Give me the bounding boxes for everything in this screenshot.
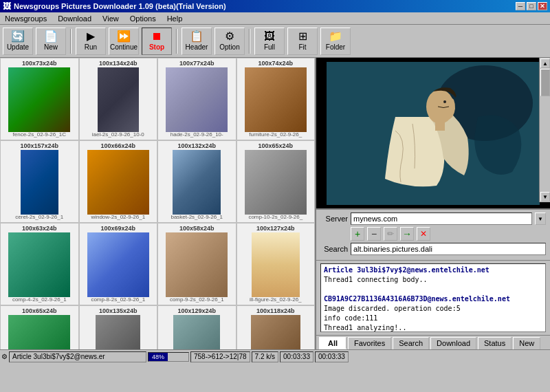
continue-icon: ⏩ [117,31,131,42]
update-button[interactable]: 🔄 Update [3,28,33,55]
list-item[interactable]: 100x65x24b comp-10-2s_02-9-26_ [236,140,316,223]
list-item[interactable]: 100x77x24b hade-2s_02-9-26_10- [157,58,236,140]
menu-help[interactable]: Help [165,14,185,23]
title-bar-left: 🖼 Newsgroups Pictures Downloader 1.09 (b… [3,1,226,11]
toolbar-sep2 [176,29,177,54]
list-item[interactable]: 100x157x24b ceret-2s_02-9-26_1 [0,140,79,223]
svg-rect-4 [435,118,445,131]
tab-new[interactable]: New [513,337,540,349]
list-item[interactable]: 100x63x24b comp-4-2s_02-9-26_1 [0,223,79,305]
server-input[interactable] [351,213,532,225]
update-icon: 🔄 [11,31,25,42]
toolbar-sep1 [70,29,72,54]
progress-fill: 48% [148,353,168,361]
list-item[interactable]: 100x69x24b comp-8-2s_02-9-26_1 [79,223,158,305]
thumbnail-panel: 100x73x24b fence-2s_02-9-26_1C 100x134x2… [0,58,316,349]
new-button[interactable]: 📄 New [36,28,66,55]
option-icon: ⚙ [225,31,234,42]
search-icons-row: + − ✏ → ✕ [320,227,546,241]
stop-icon: ⏹ [151,31,162,42]
list-item[interactable]: 100x58x24b comp-9-2s_02-9-26_1 [157,223,236,305]
title-bar: 🖼 Newsgroups Pictures Downloader 1.09 (b… [0,0,550,12]
stop-label: Stop [149,43,164,51]
maximize-button[interactable]: □ [527,2,536,10]
run-label: Run [85,43,97,51]
remove-server-button[interactable]: − [367,227,381,241]
tab-download[interactable]: Download [430,337,476,349]
run-button[interactable]: ▶ Run [76,28,106,55]
menu-download[interactable]: Download [56,14,94,23]
fit-label: Fit [298,43,306,51]
list-item[interactable]: 100x134x24b iael-2s_02-9-26_10-0 [79,58,158,140]
continue-label: Continue [110,43,138,51]
tab-status[interactable]: Status [478,337,512,349]
continue-button[interactable]: ⏩ Continue [109,28,139,55]
list-item[interactable]: 100x135x24b id_man-2s_02-9-26_1 [79,305,158,349]
title-bar-controls: ─ □ ✕ [516,2,547,10]
full-button[interactable]: 🖼 Full [254,28,285,55]
search-input[interactable] [351,243,546,255]
tab-all[interactable]: All [319,337,346,349]
server-section: Server ▼ + − ✏ → ✕ Search [316,210,550,261]
list-item[interactable]: 100x73x24b fence-2s_02-9-26_1C [0,58,79,140]
new-icon: 📄 [44,31,58,42]
preview-scrollbar[interactable]: ▲ ▼ [539,58,550,202]
menu-newsgroups[interactable]: Newsgroups [3,14,49,23]
log-line: Image discarded. operation code:5 [324,304,542,314]
list-item[interactable]: 100x132x24b basket-2s_02-9-26_1 [157,140,236,223]
log-line: Thread1 connecting body.. [324,275,542,285]
log-area: Article 3ul3bi$7vy$2@news.entelchile.net… [320,263,546,332]
close-button[interactable]: ✕ [538,2,547,10]
header-label: Header [186,43,208,51]
thumbnail-grid: 100x73x24b fence-2s_02-9-26_1C 100x134x2… [0,58,315,349]
preview-area [316,58,550,210]
edit-server-button[interactable]: ✏ [384,227,397,241]
full-label: Full [264,43,275,51]
folder-icon: 📁 [329,31,342,42]
search-row: Search [320,243,546,255]
menu-view[interactable]: View [100,14,121,23]
header-icon: 📋 [190,31,204,42]
tab-favorites[interactable]: Favorites [348,337,391,349]
log-line: Article 3ul3bi$7vy$2@news.entelchile.net [324,265,542,275]
status-time1: 00:03:33 [280,351,314,362]
right-panel: ▲ ▼ Server ▼ + − ✏ → ✕ Search [316,58,550,349]
search-label: Search [320,245,348,253]
update-label: Update [7,43,29,51]
log-line: CB91A9C27B1136A4316A6B73D@news.entelchil… [324,294,542,304]
list-item[interactable]: 100x66x24b window-2s_02-9-26_1 [79,140,158,223]
list-item[interactable]: 100x127x24b ill-figure-2s_02-9-26_ [236,223,316,305]
tab-search[interactable]: Search [393,337,429,349]
add-server-button[interactable]: + [351,227,364,241]
header-button[interactable]: 📋 Header [182,28,212,55]
minimize-button[interactable]: ─ [516,2,525,10]
run-icon: ▶ [87,31,95,42]
menu-options[interactable]: Options [128,14,158,23]
list-item[interactable]: 100x118x24b divisibility-2s_02-9-26_ [236,305,316,349]
fit-button[interactable]: ⊞ Fit [287,28,318,55]
connect-button[interactable]: → [400,227,414,241]
folder-button[interactable]: 📁 Folder [320,28,351,55]
server-label: Server [320,215,348,223]
server-dropdown[interactable]: ▼ [535,213,546,225]
status-message: Article 3ul3bi$7vy$2@news.er [9,351,146,362]
app-icon: 🖼 [3,1,11,11]
disconnect-button[interactable]: ✕ [417,227,430,241]
stop-button[interactable]: ⏹ Stop [142,28,172,55]
option-label: Option [219,43,239,51]
status-counts: 758->612->12|78 [190,351,250,362]
list-item[interactable]: 100x74x24b furniture-2s_02-9-26_ [236,58,316,140]
option-button[interactable]: ⚙ Option [214,28,245,55]
fit-icon: ⊞ [298,31,307,42]
status-icon: ⚙ [1,353,8,360]
toolbar-sep3 [249,29,250,54]
progress-bar: 48% [148,352,189,362]
main-area: 100x73x24b fence-2s_02-9-26_1C 100x134x2… [0,58,550,349]
list-item[interactable]: 100x129x24b nt_lady-2s_02-9-26_ [157,305,236,349]
new-label: New [44,43,58,51]
toolbar: 🔄 Update 📄 New ▶ Run ⏩ Continue ⏹ Stop 📋… [0,25,550,58]
menu-bar: Newsgroups Download View Options Help [0,12,550,25]
status-time2: 00:03:33 [315,351,349,362]
folder-label: Folder [326,43,345,51]
list-item[interactable]: 100x65x24b green-2s_02-9-26_10 [0,305,79,349]
